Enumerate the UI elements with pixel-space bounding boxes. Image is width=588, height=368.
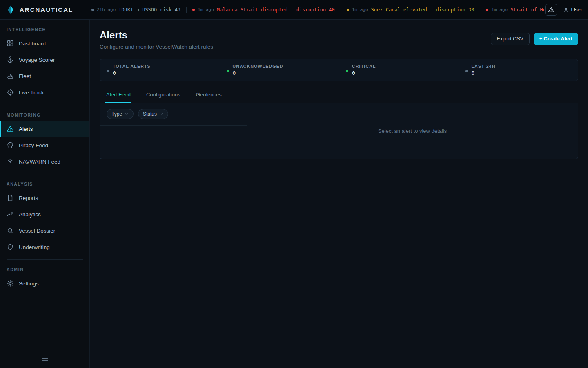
alert-detail-column: Select an alert to view details [247,103,578,159]
sidebar-item-label: Underwriting [19,244,50,250]
stat-value: 0 [233,70,283,76]
sidebar-item-reports[interactable]: Reports [0,190,89,206]
page-header: Alerts Configure and monitor VesselWatch… [100,29,578,50]
ticker-item[interactable]: 1m ago Strait of Hormuz elev [480,7,545,13]
export-csv-button[interactable]: Export CSV [491,33,530,45]
status-dot-icon [346,70,348,72]
sidebar-section-intelligence: INTELLIGENCE [0,20,89,35]
sidebar-item-label: Settings [19,280,39,287]
sidebar-item-dashboard[interactable]: Dashboard [0,35,89,52]
chevron-down-icon [159,112,163,116]
menu-icon [41,354,49,362]
alert-triangle-icon [548,7,555,13]
stat-value: 0 [472,70,496,76]
gear-icon [7,280,14,287]
ticker-time: 1m ago [198,7,214,12]
stats-bar: TOTAL ALERTS 0 UNACKNOWLEDGED 0 CRITICAL… [100,59,578,81]
user-icon [563,7,569,13]
type-filter-dropdown[interactable]: Type [107,109,134,119]
sidebar-section-monitoring: MONITORING [0,105,89,121]
sidebar-item-alerts[interactable]: Alerts [0,121,89,137]
stat-total-alerts: TOTAL ALERTS 0 [100,59,220,81]
stat-label: LAST 24H [472,64,496,69]
ticker-text: Strait of Hormuz elev [510,7,545,13]
tab-bar: Alert Feed Configurations Geofences [100,88,578,103]
trend-icon [7,211,14,218]
sidebar-section-admin: ADMIN [0,260,89,275]
broadcast-icon [7,158,14,165]
sidebar-section-analysis: ANALYSIS [0,174,89,190]
status-dot-icon [486,9,488,11]
stat-critical: CRITICAL 0 [339,59,459,81]
main-content: Alerts Configure and monitor VesselWatch… [90,20,588,159]
status-filter-dropdown[interactable]: Status [138,109,168,119]
sidebar-item-label: Fleet [19,73,31,79]
header-actions: Export CSV + Create Alert [491,29,578,45]
search-icon [7,227,14,234]
stat-value: 0 [113,70,151,76]
sidebar-item-label: Reports [19,195,38,201]
filter-label: Type [111,111,122,117]
sidebar-item-label: Analytics [19,211,41,218]
topbar: ARCNAUTICAL 21h ago IDJKT → USSDO risk 4… [0,0,588,20]
sidebar-collapse-button[interactable] [41,354,49,362]
alert-ticker: 21h ago IDJKT → USSDO risk 43 1m ago Mal… [86,7,545,13]
stat-last-24h: LAST 24H 0 [459,59,578,81]
logo-icon [6,5,16,15]
ticker-item[interactable]: 21h ago IDJKT → USSDO risk 43 [86,7,186,13]
shield-icon [7,243,14,251]
status-dot-icon [91,9,94,11]
create-alert-button[interactable]: + Create Alert [534,33,578,45]
sidebar-item-label: Voyage Scorer [19,57,55,63]
filter-row: Type Status [100,103,247,126]
ticker-time: 1m ago [491,7,508,12]
sidebar-item-vessel-dossier[interactable]: Vessel Dossier [0,222,89,239]
status-dot-icon [107,70,109,72]
filter-label: Status [143,111,157,117]
tab-alert-feed[interactable]: Alert Feed [105,88,131,103]
sidebar-footer [0,349,89,368]
sidebar-item-label: Piracy Feed [19,142,48,148]
status-dot-icon [347,9,349,11]
sidebar-item-navwarn-feed[interactable]: NAVWARN Feed [0,153,89,170]
alert-feed-panel: Type Status Se [100,103,578,159]
sidebar-item-underwriting[interactable]: Underwriting [0,239,89,255]
ticker-text: Malacca Strait disrupted — disruption 40 [217,7,335,13]
sidebar-item-piracy-feed[interactable]: Piracy Feed [0,137,89,153]
status-dot-icon [227,70,229,72]
sidebar-item-label: Vessel Dossier [19,228,55,234]
status-dot-icon [466,70,468,72]
alert-triangle-icon [7,125,14,132]
sidebar-item-label: Dashboard [19,40,46,47]
tab-configurations[interactable]: Configurations [145,88,181,103]
sidebar-item-label: Live Track [19,90,44,96]
ticker-item[interactable]: 1m ago Malacca Strait disrupted — disrup… [186,7,341,13]
ticker-text: Suez Canal elevated — disruption 30 [371,7,474,13]
ticker-text: IDJKT → USSDO risk 43 [118,7,180,13]
sidebar-item-voyage-scorer[interactable]: Voyage Scorer [0,52,89,68]
stat-label: TOTAL ALERTS [113,64,151,69]
alerts-notification-button[interactable] [545,4,557,16]
page-subtitle: Configure and monitor VesselWatch alert … [100,44,213,50]
sidebar-item-live-track[interactable]: Live Track [0,84,89,101]
brand: ARCNAUTICAL [6,5,86,15]
ticker-time: 1m ago [352,7,368,12]
sidebar-item-label: Alerts [19,126,33,132]
status-dot-icon [192,9,195,11]
page-title: Alerts [100,29,213,41]
user-menu[interactable]: User [563,7,582,13]
sidebar-item-settings[interactable]: Settings [0,275,89,292]
sidebar-item-analytics[interactable]: Analytics [0,206,89,222]
stat-unacknowledged: UNACKNOWLEDGED 0 [220,59,339,81]
sidebar: INTELLIGENCE Dashboard Voyage Scorer Fle… [0,20,90,368]
stat-label: CRITICAL [352,64,376,69]
tab-geofences[interactable]: Geofences [195,88,223,103]
anchor-icon [7,56,14,63]
sidebar-item-fleet[interactable]: Fleet [0,68,89,84]
ticker-item[interactable]: 1m ago Suez Canal elevated — disruption … [341,7,480,13]
detail-placeholder-text: Select an alert to view details [378,128,447,134]
stat-label: UNACKNOWLEDGED [233,64,283,69]
radar-icon [7,89,14,96]
stat-value: 0 [352,70,376,76]
ticker-time: 21h ago [97,7,116,12]
